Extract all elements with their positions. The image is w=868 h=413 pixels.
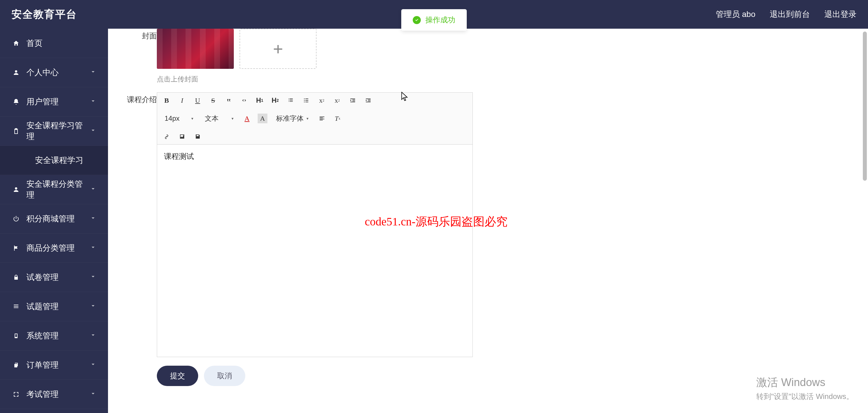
svg-point-0 [304,98,305,99]
sidebar-item-label: 积分商城管理 [26,213,75,224]
sidebar-item-11[interactable]: 订单管理 [0,350,108,380]
link-icon[interactable] [162,132,172,141]
intro-label: 课程介绍 [120,92,157,105]
chevron-down-icon [90,185,96,194]
upload-tip: 点击上传封面 [157,75,857,84]
format-select[interactable]: 文本▾ [202,113,237,124]
italic-icon[interactable]: I [177,96,187,105]
quote-icon[interactable] [224,96,234,105]
h2-icon[interactable]: H2 [270,96,280,105]
flag-icon [11,245,21,251]
sidebar-item-12[interactable]: 考试管理 [0,380,108,409]
unordered-list-icon[interactable] [301,96,311,105]
header-right: 管理员 abo 退出到前台 退出登录 [716,9,857,20]
cover-area: + [157,29,316,69]
sidebar-item-label: 试卷管理 [26,272,59,283]
admin-label[interactable]: 管理员 abo [716,9,756,20]
chevron-down-icon [90,68,96,77]
cover-thumbnail[interactable] [157,29,234,69]
svg-point-2 [304,102,305,102]
user-icon [11,186,21,193]
bell-icon [11,98,21,105]
chevron-down-icon [90,97,96,106]
chevron-down-icon [90,360,96,370]
red-watermark-text: code51.cn-源码乐园盗图必究 [365,214,507,230]
code-icon[interactable] [239,96,249,105]
chevron-down-icon [90,243,96,253]
sidebar-item-label: 考试管理 [26,389,59,400]
sidebar-item-9[interactable]: 试题管理 [0,292,108,321]
sidebar-item-5[interactable]: 安全课程分类管理 [0,175,108,204]
sidebar-item-label: 订单管理 [26,360,59,371]
underline-icon[interactable]: U [193,96,203,105]
font-size-select[interactable]: 14px▾ [162,114,196,123]
clear-format-icon[interactable]: Tx [333,113,342,123]
cover-label: 封面 [120,29,157,41]
logout-link[interactable]: 退出登录 [824,9,857,20]
image-icon[interactable] [177,132,187,141]
device-icon [11,333,21,339]
font-color-icon[interactable]: A [242,113,252,123]
sidebar-item-label: 首页 [26,38,42,49]
submit-button[interactable]: 提交 [157,366,198,386]
chevron-down-icon [90,127,96,136]
sidebar-item-label: 安全课程分类管理 [26,179,90,201]
chevron-down-icon [90,331,96,340]
sidebar-item-10[interactable]: 系统管理 [0,321,108,350]
chevron-down-icon [90,273,96,282]
copy-icon [11,362,21,369]
exit-front-link[interactable]: 退出到前台 [770,9,810,20]
windows-activation-notice: 激活 Windows 转到"设置"以激活 Windows。 [756,375,854,402]
ordered-list-icon[interactable] [286,96,296,105]
align-icon[interactable] [317,113,327,123]
success-toast: 操作成功 [401,9,467,31]
sidebar-item-3[interactable]: 安全课程学习管理 [0,116,108,146]
check-circle-icon [413,16,421,24]
editor-toolbar: B I U S H1 H2 x2 x2 14px▾ 文本▾ A A [157,93,472,144]
sidebar-item-label: 商品分类管理 [26,243,75,253]
cover-upload-button[interactable]: + [240,29,316,69]
font-family-select[interactable]: 标准字体▾ [273,113,311,124]
home-icon [11,40,21,47]
sidebar-item-1[interactable]: 个人中心 [0,58,108,87]
user-icon [11,69,21,76]
list-icon [11,303,21,310]
expand-icon [11,391,21,398]
clipboard-icon [11,128,21,135]
chevron-down-icon [90,390,96,399]
sidebar-item-label: 系统管理 [26,331,59,341]
sidebar-item-label: 试题管理 [26,301,59,312]
power-icon [11,215,21,222]
sidebar-item-6[interactable]: 积分商城管理 [0,204,108,234]
svg-point-1 [304,100,305,101]
sidebar-item-8[interactable]: 试卷管理 [0,263,108,292]
lock-icon [11,274,21,281]
sidebar-item-label: 个人中心 [26,67,59,78]
plus-icon: + [273,39,283,59]
scrollbar-thumb[interactable] [863,32,867,181]
sidebar-item-7[interactable]: 商品分类管理 [0,234,108,263]
cover-row: 封面 + [120,29,857,69]
chevron-down-icon [90,302,96,311]
button-row: 提交 取消 [157,366,857,386]
indent-increase-icon[interactable] [363,96,373,105]
mouse-cursor-icon [401,92,409,103]
save-icon[interactable] [193,132,203,141]
bold-icon[interactable]: B [162,96,172,105]
sidebar-item-4[interactable]: 安全课程学习 [0,146,108,175]
chevron-down-icon [90,214,96,223]
sidebar-item-label: 用户管理 [26,96,59,107]
sidebar-item-label: 安全课程学习 [35,155,83,166]
h1-icon[interactable]: H1 [255,96,265,105]
subscript-icon[interactable]: x2 [317,96,327,105]
sidebar-item-2[interactable]: 用户管理 [0,87,108,116]
superscript-icon[interactable]: x2 [332,96,342,105]
windows-activation-title: 激活 Windows [756,375,854,390]
sidebar-item-0[interactable]: 首页 [0,29,108,58]
editor-content-area[interactable]: 课程测试 [157,144,472,357]
cancel-button[interactable]: 取消 [204,366,245,386]
strike-icon[interactable]: S [208,96,218,105]
windows-activation-subtitle: 转到"设置"以激活 Windows。 [756,391,854,402]
bg-color-icon[interactable]: A [258,113,268,123]
indent-decrease-icon[interactable] [348,96,358,105]
